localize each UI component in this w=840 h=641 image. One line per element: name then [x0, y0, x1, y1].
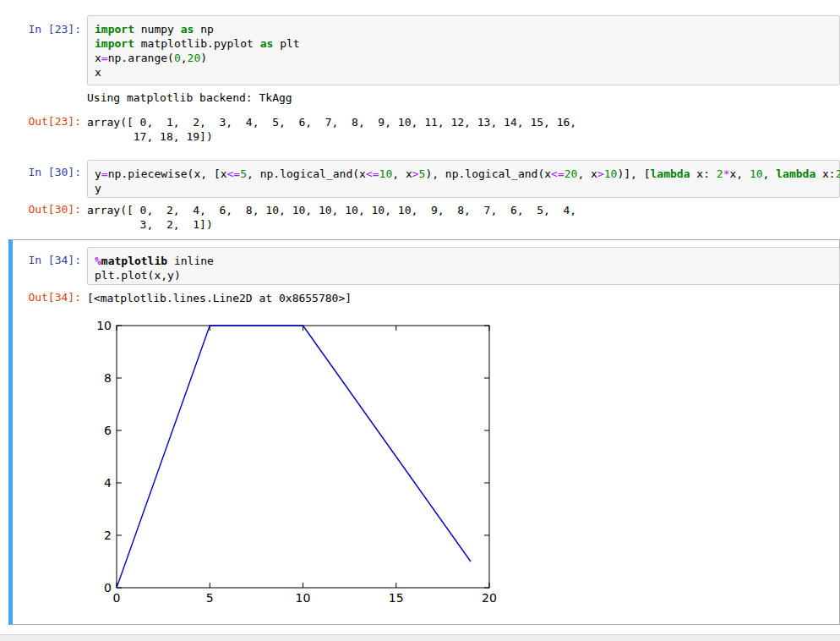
cell3-code-input[interactable]: %matplotlib inlineplt.plot(x,y) — [87, 247, 840, 285]
svg-text:8: 8 — [104, 371, 112, 385]
cell1-stream-output: Using matplotlib backend: TkAgg — [87, 90, 292, 105]
cell2-input-prompt: In [30]: — [0, 166, 81, 178]
cell1-output-prompt: Out[23]: — [0, 115, 81, 128]
svg-text:20: 20 — [482, 591, 497, 605]
svg-text:0: 0 — [104, 581, 112, 594]
cell1-code-input[interactable]: import numpy as npimport matplotlib.pypl… — [87, 15, 840, 85]
jupyter-notebook-page: In [23]: import numpy as npimport matplo… — [0, 0, 840, 641]
plot-output-image: 051015200246810 — [87, 311, 543, 619]
bottom-divider — [0, 634, 840, 641]
svg-text:10: 10 — [96, 319, 112, 332]
svg-text:15: 15 — [389, 591, 404, 605]
cell1-output-text: array([ 0, 1, 2, 3, 4, 5, 6, 7, 8, 9, 10… — [87, 115, 576, 144]
cell2-output-prompt: Out[30]: — [0, 203, 81, 216]
svg-text:10: 10 — [296, 591, 311, 605]
cell3-output-prompt: Out[34]: — [0, 291, 81, 304]
svg-text:6: 6 — [104, 424, 112, 437]
svg-text:5: 5 — [206, 591, 214, 605]
cell3-input-prompt: In [34]: — [0, 254, 81, 266]
cell1-input-prompt: In [23]: — [0, 23, 81, 36]
svg-text:4: 4 — [104, 476, 112, 490]
svg-text:2: 2 — [104, 529, 112, 542]
svg-text:0: 0 — [113, 591, 121, 605]
cell2-output-text: array([ 0, 2, 4, 6, 8, 10, 10, 10, 10, 1… — [87, 203, 576, 232]
cell2-code-input[interactable]: y=np.piecewise(x, [x<=5, np.logical_and(… — [87, 160, 840, 198]
cell3-output-text: [<matplotlib.lines.Line2D at 0x8655780>] — [87, 291, 352, 305]
